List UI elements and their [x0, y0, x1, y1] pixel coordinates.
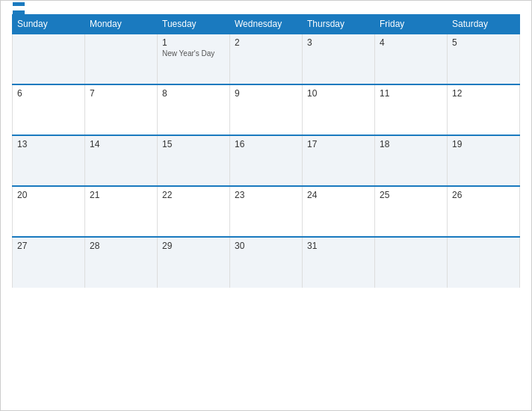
day-number: 9 — [235, 88, 297, 99]
calendar-day-cell: 16 — [230, 135, 303, 186]
calendar-day-cell — [85, 34, 158, 84]
day-number: 7 — [90, 88, 152, 99]
calendar-day-cell: 27 — [13, 237, 85, 288]
calendar-day-cell: 13 — [13, 135, 85, 186]
calendar-day-cell: 5 — [448, 34, 520, 84]
day-number: 22 — [162, 190, 225, 200]
calendar-day-cell — [448, 237, 520, 288]
weekday-header-thursday: Thursday — [303, 15, 375, 34]
day-number: 2 — [235, 37, 297, 48]
calendar-day-cell: 7 — [85, 84, 158, 135]
calendar-day-cell: 26 — [448, 186, 520, 237]
calendar-day-cell: 2 — [230, 34, 303, 84]
day-number: 27 — [17, 241, 80, 251]
day-number: 29 — [162, 241, 225, 251]
day-number: 11 — [380, 88, 442, 99]
day-number: 28 — [90, 241, 152, 251]
weekday-header-tuesday: Tuesday — [158, 15, 230, 34]
calendar-day-cell — [375, 237, 448, 288]
calendar-week-row: 1New Year's Day2345 — [13, 34, 520, 84]
calendar-table: SundayMondayTuesdayWednesdayThursdayFrid… — [12, 14, 520, 288]
weekday-header-friday: Friday — [375, 15, 448, 34]
calendar-day-cell: 18 — [375, 135, 448, 186]
calendar-day-cell: 25 — [375, 186, 448, 237]
day-number: 8 — [162, 88, 225, 99]
day-number: 26 — [452, 190, 515, 200]
calendar-day-cell: 24 — [303, 186, 375, 237]
calendar-container: SundayMondayTuesdayWednesdayThursdayFrid… — [0, 0, 532, 411]
day-number: 4 — [380, 37, 442, 48]
calendar-day-cell: 29 — [158, 237, 230, 288]
weekday-header-wednesday: Wednesday — [230, 15, 303, 34]
svg-rect-0 — [13, 2, 25, 6]
svg-rect-2 — [13, 10, 25, 14]
calendar-day-cell: 3 — [303, 34, 375, 84]
day-number: 21 — [90, 190, 152, 200]
calendar-day-cell: 17 — [303, 135, 375, 186]
calendar-day-cell: 11 — [375, 84, 448, 135]
logo — [12, 2, 25, 14]
weekday-header-saturday: Saturday — [448, 15, 520, 34]
logo-flag-icon — [13, 2, 25, 14]
calendar-day-cell: 6 — [13, 84, 85, 135]
day-number: 6 — [17, 88, 80, 99]
day-number: 15 — [162, 139, 225, 149]
calendar-week-row: 13141516171819 — [13, 135, 520, 186]
svg-rect-1 — [13, 6, 25, 10]
weekday-header-sunday: Sunday — [13, 15, 85, 34]
calendar-day-cell: 19 — [448, 135, 520, 186]
calendar-week-row: 20212223242526 — [13, 186, 520, 237]
day-number: 31 — [307, 241, 370, 251]
calendar-day-cell: 4 — [375, 34, 448, 84]
day-number: 14 — [90, 139, 152, 149]
day-number: 24 — [307, 190, 370, 200]
day-number: 16 — [235, 139, 297, 149]
day-number: 1 — [162, 37, 225, 48]
day-number: 30 — [235, 241, 297, 251]
day-number: 5 — [452, 37, 515, 48]
calendar-thead: SundayMondayTuesdayWednesdayThursdayFrid… — [13, 15, 520, 34]
day-number: 20 — [17, 190, 80, 200]
day-number: 3 — [307, 37, 370, 48]
calendar-day-cell — [13, 34, 85, 84]
calendar-day-cell: 23 — [230, 186, 303, 237]
weekday-header-row: SundayMondayTuesdayWednesdayThursdayFrid… — [13, 15, 520, 34]
calendar-day-cell: 14 — [85, 135, 158, 186]
day-number: 18 — [380, 139, 442, 149]
calendar-day-cell: 9 — [230, 84, 303, 135]
calendar-body: 1New Year's Day2345678910111213141516171… — [13, 34, 520, 288]
day-number: 23 — [235, 190, 297, 200]
calendar-day-cell: 22 — [158, 186, 230, 237]
calendar-week-row: 2728293031 — [13, 237, 520, 288]
calendar-day-cell: 28 — [85, 237, 158, 288]
calendar-day-cell: 30 — [230, 237, 303, 288]
calendar-week-row: 6789101112 — [13, 84, 520, 135]
day-number: 10 — [307, 88, 370, 99]
day-number: 12 — [452, 88, 515, 99]
calendar-day-cell: 21 — [85, 186, 158, 237]
day-number: 25 — [380, 190, 442, 200]
calendar-day-cell: 12 — [448, 84, 520, 135]
day-number: 17 — [307, 139, 370, 149]
calendar-day-cell: 8 — [158, 84, 230, 135]
day-number: 19 — [452, 139, 515, 149]
calendar-day-cell: 15 — [158, 135, 230, 186]
calendar-day-cell: 31 — [303, 237, 375, 288]
calendar-day-cell: 1New Year's Day — [158, 34, 230, 84]
weekday-header-monday: Monday — [85, 15, 158, 34]
day-event: New Year's Day — [162, 49, 225, 58]
calendar-day-cell: 10 — [303, 84, 375, 135]
calendar-day-cell: 20 — [13, 186, 85, 237]
day-number: 13 — [17, 139, 80, 149]
